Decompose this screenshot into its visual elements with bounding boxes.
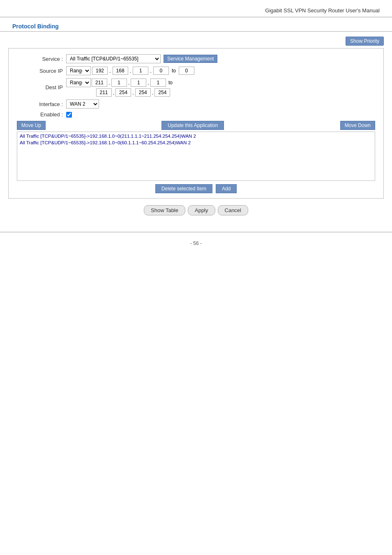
dest-ip-line2: . . . bbox=[70, 88, 171, 97]
service-row: Service : All Traffic [TCP&UDP/1~65535] … bbox=[17, 54, 375, 63]
dest-ip-r2-oct3[interactable] bbox=[135, 88, 151, 97]
cancel-button[interactable]: Cancel bbox=[218, 205, 248, 215]
source-ip-oct4[interactable] bbox=[153, 67, 169, 75]
show-priority-button[interactable]: Show Priority bbox=[346, 37, 384, 46]
interface-select[interactable]: WAN 1 WAN 2 WAN 3 bbox=[66, 99, 99, 109]
dest-ip-controls: Range Single Any . . . to . bbox=[66, 78, 174, 97]
add-button[interactable]: Add bbox=[216, 184, 237, 193]
service-controls: All Traffic [TCP&UDP/1~65535] HTTP FTP S… bbox=[66, 54, 217, 63]
page-footer: - 56 - bbox=[0, 232, 392, 254]
interface-controls: WAN 1 WAN 2 WAN 3 bbox=[66, 99, 99, 109]
dest-ip-to-label: to bbox=[168, 80, 173, 86]
enabled-label: Enabled : bbox=[17, 111, 66, 118]
dest-ip-r1-oct4[interactable] bbox=[150, 79, 166, 87]
dest-ip-r2-oct4[interactable] bbox=[154, 88, 170, 97]
section-title: Protocol Binding bbox=[0, 17, 392, 32]
dest-ip-r1-oct3[interactable] bbox=[131, 79, 146, 87]
enabled-controls bbox=[66, 112, 72, 118]
main-content: Show Priority Service : All Traffic [TCP… bbox=[0, 37, 392, 215]
move-down-button[interactable]: Move Down bbox=[340, 121, 375, 130]
page-header: Gigabit SSL VPN Security Router User's M… bbox=[0, 0, 392, 17]
service-label: Service : bbox=[17, 56, 66, 62]
dest-ip-r1-oct2[interactable] bbox=[111, 79, 127, 87]
bottom-action-row: Delete selected Item Add bbox=[17, 184, 375, 193]
source-ip-oct2[interactable] bbox=[113, 67, 128, 75]
interface-row: Interface : WAN 1 WAN 2 WAN 3 bbox=[17, 99, 375, 109]
update-button[interactable]: Update this Application bbox=[161, 121, 224, 130]
dest-ip-line1: Range Single Any . . . to bbox=[66, 78, 174, 87]
source-ip-type-select[interactable]: Range Single Any bbox=[66, 66, 91, 75]
list-area: All Traffic [TCP&UDP/1~65535]->192.168.1… bbox=[17, 132, 375, 181]
dest-ip-label: Dest IP bbox=[17, 84, 66, 90]
dest-ip-row: Dest IP Range Single Any . . . to bbox=[17, 78, 375, 97]
list-item[interactable]: All Traffic [TCP&UDP/1~65535]->192.168.1… bbox=[19, 139, 373, 146]
enabled-checkbox[interactable] bbox=[66, 112, 72, 118]
source-ip-label: Source IP bbox=[17, 68, 66, 74]
source-ip-controls: Range Single Any . . . to bbox=[66, 66, 194, 75]
source-ip-row: Source IP Range Single Any . . . to bbox=[17, 66, 375, 75]
dot2: . bbox=[130, 68, 131, 74]
source-ip-to-val[interactable] bbox=[179, 67, 194, 75]
source-ip-to-label: to bbox=[172, 68, 176, 74]
action-row: Move Up Update this Application Move Dow… bbox=[17, 121, 375, 130]
dest-ip-r2-oct1[interactable] bbox=[96, 88, 112, 97]
interface-label: Interface : bbox=[17, 101, 66, 107]
source-ip-oct3[interactable] bbox=[133, 67, 148, 75]
dest-ip-type-select[interactable]: Range Single Any bbox=[66, 78, 91, 87]
form-panel: Service : All Traffic [TCP&UDP/1~65535] … bbox=[8, 48, 384, 199]
dest-ip-r2-oct2[interactable] bbox=[115, 88, 131, 97]
dest-ip-r1-oct1[interactable] bbox=[92, 79, 107, 87]
header-title: Gigabit SSL VPN Security Router User's M… bbox=[265, 7, 380, 14]
dot3: . bbox=[150, 68, 152, 74]
service-management-button[interactable]: Service Management bbox=[164, 55, 217, 63]
footer-buttons: Show Table Apply Cancel bbox=[8, 205, 384, 215]
show-priority-row: Show Priority bbox=[8, 37, 384, 46]
delete-button[interactable]: Delete selected Item bbox=[155, 184, 212, 193]
service-select[interactable]: All Traffic [TCP&UDP/1~65535] HTTP FTP S… bbox=[66, 54, 161, 63]
source-ip-oct1[interactable] bbox=[92, 67, 108, 75]
list-item[interactable]: All Traffic [TCP&UDP/1~65535]->192.168.1… bbox=[19, 133, 373, 139]
show-table-button[interactable]: Show Table bbox=[144, 205, 185, 215]
dot1: . bbox=[109, 68, 111, 74]
move-up-button[interactable]: Move Up bbox=[17, 121, 46, 130]
enabled-row: Enabled : bbox=[17, 111, 375, 118]
apply-button[interactable]: Apply bbox=[188, 205, 215, 215]
